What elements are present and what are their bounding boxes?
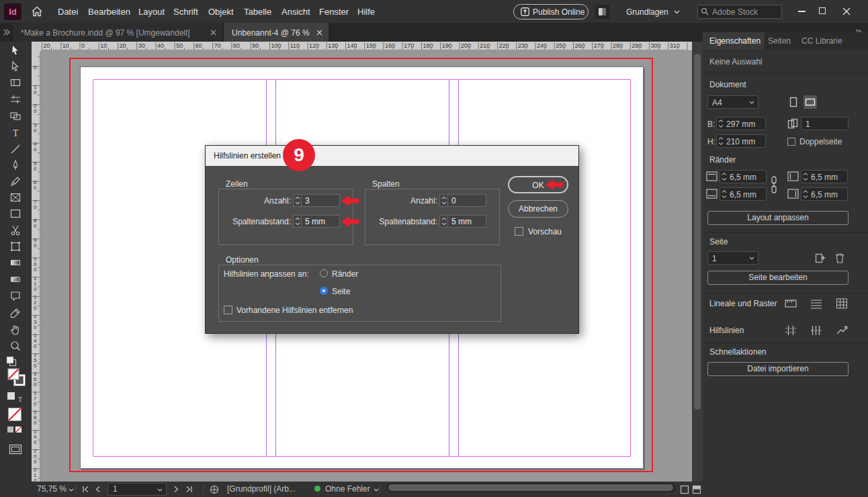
svg-text:200: 200 — [461, 42, 471, 49]
svg-text:0: 0 — [34, 439, 37, 445]
svg-text:0: 0 — [34, 401, 37, 407]
svg-text:0: 0 — [34, 343, 37, 349]
svg-text:150: 150 — [366, 42, 376, 49]
svg-text:0: 0 — [34, 128, 37, 134]
svg-text:20: 20 — [44, 42, 50, 49]
svg-text:T: T — [13, 128, 19, 138]
svg-text:110: 110 — [290, 42, 300, 49]
svg-text:90: 90 — [252, 42, 259, 49]
svg-text:160: 160 — [385, 42, 395, 49]
svg-text:0: 0 — [34, 146, 37, 152]
svg-text:250: 250 — [556, 42, 566, 49]
svg-text:180: 180 — [423, 42, 433, 49]
svg-text:0: 0 — [34, 420, 37, 426]
svg-text:300: 300 — [651, 42, 661, 49]
svg-text:210: 210 — [480, 42, 490, 49]
svg-text:0: 0 — [34, 185, 37, 191]
svg-text:80: 80 — [233, 42, 240, 49]
svg-text:190: 190 — [442, 42, 452, 49]
svg-text:140: 140 — [347, 42, 357, 49]
svg-text:0: 0 — [34, 166, 37, 172]
svg-text:220: 220 — [499, 42, 509, 49]
svg-text:0: 0 — [34, 89, 37, 95]
svg-text:0: 0 — [34, 267, 37, 273]
svg-text:10: 10 — [62, 42, 69, 49]
svg-text:0: 0 — [34, 223, 37, 229]
svg-text:270: 270 — [594, 42, 604, 49]
svg-text:260: 260 — [575, 42, 585, 49]
svg-text:0: 0 — [34, 108, 37, 114]
svg-text:0: 0 — [34, 363, 37, 369]
svg-text:120: 120 — [309, 42, 319, 49]
svg-text:0: 0 — [34, 204, 37, 210]
svg-text:0: 0 — [34, 242, 37, 248]
svg-text:240: 240 — [537, 42, 547, 49]
svg-text:10: 10 — [100, 42, 107, 49]
svg-text:0: 0 — [34, 286, 37, 292]
svg-text:130: 130 — [328, 42, 338, 49]
svg-text:170: 170 — [404, 42, 414, 49]
svg-text:280: 280 — [613, 42, 623, 49]
svg-text:0: 0 — [34, 381, 37, 388]
svg-text:70: 70 — [214, 42, 221, 49]
svg-text:230: 230 — [518, 42, 528, 49]
svg-text:0: 0 — [34, 459, 37, 465]
svg-text:100: 100 — [271, 42, 281, 49]
svg-text:0: 0 — [34, 305, 37, 311]
svg-text:30: 30 — [138, 42, 145, 49]
svg-text:50: 50 — [176, 42, 183, 49]
svg-text:290: 290 — [632, 42, 642, 49]
svg-text:40: 40 — [157, 42, 164, 49]
svg-text:0: 0 — [81, 42, 85, 49]
svg-text:T: T — [18, 396, 22, 402]
svg-text:310: 310 — [670, 42, 680, 49]
svg-text:0: 0 — [34, 324, 37, 330]
svg-text:0: 0 — [34, 64, 37, 71]
svg-text:20: 20 — [120, 42, 126, 49]
svg-text:60: 60 — [196, 42, 202, 49]
